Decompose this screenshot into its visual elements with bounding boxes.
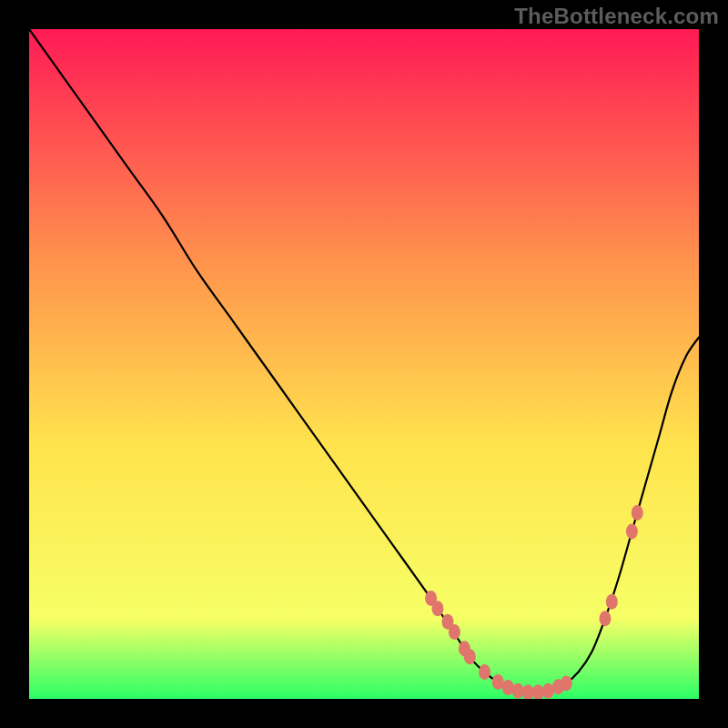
data-marker [431, 601, 443, 616]
chart-stage: TheBottleneck.com [0, 0, 728, 728]
gradient-background [29, 29, 699, 699]
plot-frame [29, 29, 699, 699]
data-marker [599, 611, 611, 626]
data-marker [502, 680, 514, 695]
data-marker [626, 524, 638, 540]
data-marker [542, 683, 554, 699]
data-marker [606, 594, 618, 610]
watermark-label: TheBottleneck.com [514, 4, 719, 29]
data-marker [479, 664, 490, 680]
data-marker [632, 505, 643, 521]
bottleneck-chart [29, 29, 699, 699]
data-marker [512, 683, 524, 699]
data-marker [464, 649, 476, 664]
data-marker [561, 676, 572, 692]
data-marker [449, 624, 460, 640]
